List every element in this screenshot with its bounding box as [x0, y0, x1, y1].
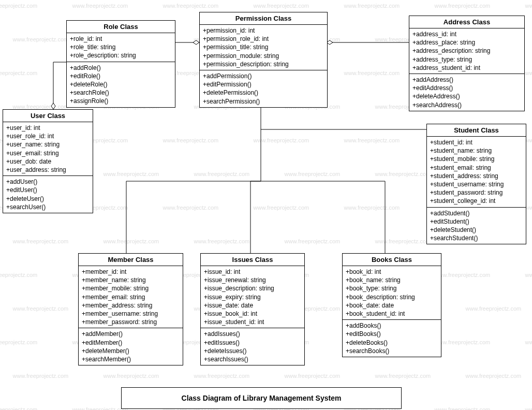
watermark-text: www.freeprojectz.com [435, 339, 491, 345]
method-section: +addBooks()+editBooks()+deleteBooks()+se… [343, 320, 441, 357]
watermark-text: www.freeprojectz.com [525, 272, 532, 278]
watermark-text: www.freeprojectz.com [254, 3, 309, 9]
line: +student_username: string [430, 180, 523, 188]
attr-section: +address_id: int+address_place: string+a… [409, 28, 524, 74]
line: +issue_student_id: int [204, 318, 301, 326]
line: +editMember() [82, 339, 180, 347]
line: +user_address: string [6, 166, 90, 174]
watermark-text: www.freeprojectz.com [13, 238, 69, 244]
class-issues: Issues Class +issue_id: int+issue_renewa… [200, 253, 305, 365]
line: +role_description: string [70, 51, 172, 60]
watermark-text: www.freeprojectz.com [525, 406, 532, 410]
line: +address_description: string [412, 47, 521, 55]
watermark-text: www.freeprojectz.com [375, 171, 431, 177]
line: +deletePermission() [203, 89, 324, 97]
line: +student_password: string [430, 188, 523, 197]
line: +editAddress() [412, 84, 521, 92]
class-user: User Class +user_id: int+user_role_id: i… [3, 109, 93, 213]
watermark-text: www.freeprojectz.com [194, 238, 250, 244]
method-section: +addStudent()+editStudent()+deleteStuden… [427, 208, 526, 244]
watermark-text: www.freeprojectz.com [344, 3, 400, 9]
line: +user_id: int [6, 124, 90, 132]
line: +deleteAddress() [412, 92, 521, 100]
line: +deleteIssues() [204, 347, 301, 355]
line: +searchRole() [70, 89, 172, 97]
watermark-text: www.freeprojectz.com [285, 171, 341, 177]
class-title: Member Class [79, 254, 183, 266]
watermark-text: www.freeprojectz.com [435, 3, 491, 9]
line: +user_role_id: int [6, 132, 90, 140]
watermark-text: www.freeprojectz.com [0, 339, 37, 345]
line: +member_address: string [82, 301, 180, 310]
watermark-text: www.freeprojectz.com [0, 406, 37, 410]
watermark-text: www.freeprojectz.com [13, 305, 69, 312]
attr-section: +issue_id: int+issue_renewal: string+iss… [201, 266, 304, 328]
watermark-text: www.freeprojectz.com [254, 204, 309, 211]
line: +addUser() [6, 178, 90, 186]
line: +book_student_id: int [346, 310, 438, 318]
watermark-text: www.freeprojectz.com [163, 204, 219, 211]
attr-section: +user_id: int+user_role_id: int+user_nam… [3, 122, 93, 176]
line: +searchUser() [6, 203, 90, 211]
line: +addPermission() [203, 72, 324, 80]
line: +address_student_id: int [412, 64, 521, 72]
line: +role_title: string [70, 43, 172, 51]
line: +role_id: int [70, 35, 172, 43]
line: +issue_date: date [204, 301, 301, 310]
line: +student_name: string [430, 147, 523, 155]
class-address: Address Class +address_id: int+address_p… [409, 16, 525, 111]
watermark-text: www.freeprojectz.com [0, 70, 37, 76]
line: +permission_title: string [203, 43, 324, 51]
attr-section: +student_id: int+student_name: string+st… [427, 137, 526, 208]
watermark-text: www.freeprojectz.com [344, 137, 400, 143]
diagram-title: Class Diagram of Library Management Syst… [121, 387, 402, 409]
watermark-text: www.freeprojectz.com [344, 204, 400, 211]
watermark-text: www.freeprojectz.com [0, 272, 37, 278]
line: +permission_id: int [203, 26, 324, 35]
watermark-text: www.freeprojectz.com [435, 272, 491, 278]
watermark-text: www.freeprojectz.com [163, 3, 219, 9]
line: +addAddress() [412, 76, 521, 84]
line: +deleteStudent() [430, 226, 523, 234]
watermark-text: www.freeprojectz.com [285, 238, 341, 244]
method-section: +addUser()+editUser()+deleteUser()+searc… [3, 176, 93, 213]
method-section: +addRole()+editRole()+deleteRole()+searc… [67, 62, 175, 107]
line: +addRole() [70, 64, 172, 72]
watermark-text: www.freeprojectz.com [72, 406, 128, 410]
watermark-text: www.freeprojectz.com [525, 3, 532, 9]
class-title: Issues Class [201, 254, 304, 266]
class-permission: Permission Class +permission_id: int+per… [199, 12, 328, 108]
line: +issue_id: int [204, 268, 301, 276]
watermark-text: www.freeprojectz.com [525, 70, 532, 76]
method-section: +addPermission()+editPermission()+delete… [200, 70, 327, 107]
watermark-text: www.freeprojectz.com [0, 3, 37, 9]
line: +searchPermission() [203, 97, 324, 106]
line: +member_email: string [82, 293, 180, 301]
line: +permission_module: string [203, 52, 324, 60]
line: +member_password: string [82, 318, 180, 326]
line: +member_id: int [82, 268, 180, 276]
line: +student_address: string [430, 172, 523, 180]
line: +deleteUser() [6, 195, 90, 203]
attr-section: +permission_id: int+permission_role_id: … [200, 25, 327, 70]
line: +address_id: int [412, 30, 521, 38]
attr-section: +member_id: int+member_name: string+memb… [79, 266, 183, 328]
class-title: Books Class [343, 254, 441, 266]
line: +addIssues() [204, 330, 301, 338]
line: +editPermission() [203, 80, 324, 89]
watermark-text: www.freeprojectz.com [435, 406, 491, 410]
watermark-text: www.freeprojectz.com [13, 373, 69, 379]
line: +addMember() [82, 330, 180, 338]
line: +deleteRole() [70, 80, 172, 89]
line: +searchIssues() [204, 355, 301, 363]
line: +member_username: string [82, 310, 180, 318]
class-member: Member Class +member_id: int+member_name… [78, 253, 183, 365]
line: +member_mobile: string [82, 284, 180, 292]
line: +student_mobile: string [430, 155, 523, 163]
line: +user_dob: date [6, 157, 90, 166]
line: +editIssues() [204, 339, 301, 347]
line: +issue_description: string [204, 284, 301, 292]
watermark-text: www.freeprojectz.com [525, 339, 532, 345]
class-role: Role Class +role_id: int+role_title: str… [66, 20, 175, 108]
class-title: Permission Class [200, 12, 327, 25]
